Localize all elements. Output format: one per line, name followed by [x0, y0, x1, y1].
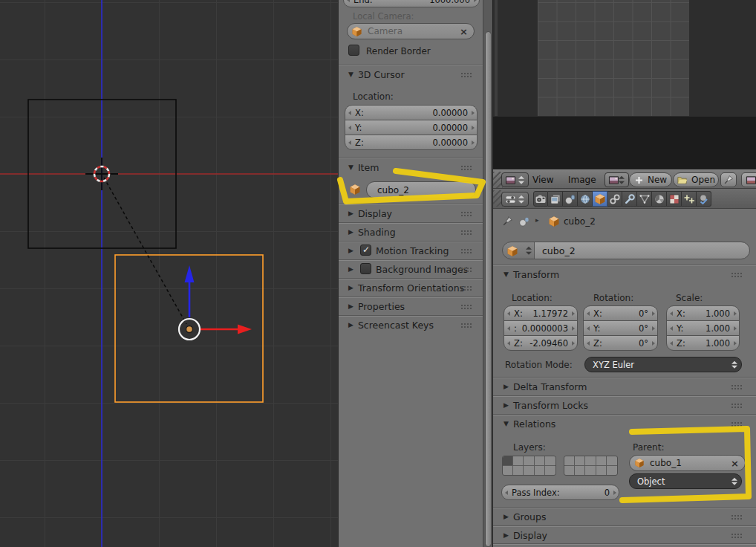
cursor-z-field[interactable]: Z: 0.00000	[345, 135, 478, 150]
open-image-button[interactable]: Open	[673, 172, 719, 187]
cube-icon	[634, 458, 645, 468]
background-images-checkbox[interactable]	[360, 263, 371, 274]
3d-viewport[interactable]	[0, 0, 338, 547]
properties-editor-icon	[505, 194, 516, 205]
name-field-icon-segment[interactable]	[503, 242, 535, 259]
pin-button[interactable]	[720, 172, 737, 187]
local-camera-label: Local Camera:	[353, 11, 414, 22]
chevron-updown-icon	[731, 360, 737, 369]
panel-header-transform-orientations[interactable]: ▶ Transform Orientations	[348, 282, 464, 294]
panel-grip[interactable]	[731, 514, 742, 520]
panel-header-properties[interactable]: ▶ Properties	[348, 300, 405, 312]
pass-index-field[interactable]: Pass Index: 0	[501, 485, 619, 500]
end-frame-field[interactable]: End: 1000.000	[343, 0, 480, 7]
rotation-x-field[interactable]: X: 0°	[583, 305, 658, 321]
menu-image[interactable]: Image	[568, 175, 596, 185]
panel-header-screencast-keys[interactable]: ▶ Screencast Keys	[348, 319, 434, 331]
camera-field-text: Camera	[368, 26, 403, 36]
new-image-button[interactable]: New	[629, 172, 672, 187]
panel-grip[interactable]	[731, 533, 742, 538]
layer-cell-active[interactable]	[503, 456, 513, 466]
rotation-mode-dropdown[interactable]: XYZ Euler	[584, 357, 742, 372]
motion-tracking-checkbox[interactable]	[360, 245, 371, 256]
rotation-y-field[interactable]: Y: 0°	[583, 320, 658, 336]
clear-camera-icon[interactable]: ×	[460, 26, 468, 37]
tab-world[interactable]	[578, 191, 593, 207]
object-name-field[interactable]: cubo_2	[502, 242, 750, 259]
object-data-triangle-icon	[639, 193, 651, 205]
panel-grip[interactable]	[460, 230, 472, 235]
editor-type-button[interactable]	[501, 172, 529, 187]
scene-icon[interactable]	[518, 216, 530, 227]
panel-header-3d-cursor[interactable]: ▼ 3D Cursor	[348, 68, 405, 80]
divider	[493, 507, 756, 508]
panel-header-item[interactable]: ▼ Item	[348, 161, 379, 173]
layers-grid-left[interactable]	[502, 456, 556, 476]
panel-grip[interactable]	[460, 248, 472, 253]
panel-header-delta-transform[interactable]: ▶ Delta Transform	[504, 381, 587, 392]
panel-grip[interactable]	[460, 304, 472, 309]
panel-header-background-images[interactable]: ▶	[348, 263, 358, 275]
panel-header-relations[interactable]: ▼ Relations	[504, 418, 555, 430]
panel-grip[interactable]	[731, 403, 742, 408]
item-name-field[interactable]: cubo_2	[366, 181, 476, 198]
location-x-field[interactable]: X: 1.17972	[504, 305, 578, 321]
particles-sparkles-icon	[683, 193, 695, 205]
panel-header-transform-locks[interactable]: ▶ Transform Locks	[504, 399, 588, 411]
tab-object[interactable]	[593, 191, 607, 207]
divider	[339, 241, 483, 242]
chevron-updown-icon	[526, 247, 532, 255]
location-z-field[interactable]: Z: -2.09460	[504, 335, 578, 351]
clipped-image-button[interactable]	[741, 172, 756, 187]
panel-grip[interactable]	[460, 267, 472, 272]
panel-header-display[interactable]: ▶ Display	[348, 207, 392, 219]
image-icon	[608, 175, 619, 186]
panel-grip[interactable]	[460, 165, 472, 170]
cursor-x-field[interactable]: X: 0.00000	[345, 105, 478, 120]
breadcrumb-object-name[interactable]: cubo_2	[564, 216, 596, 227]
panel-grip[interactable]	[731, 272, 742, 277]
render-border-checkbox[interactable]	[348, 45, 359, 56]
image-browse-dropdown[interactable]	[605, 172, 629, 187]
scale-z-field[interactable]: Z: 1.000	[666, 335, 740, 351]
local-camera-field[interactable]: Camera ×	[347, 23, 475, 39]
tab-material[interactable]	[652, 191, 667, 207]
panel-header-display[interactable]: ▶ Display	[504, 529, 547, 541]
tab-scene[interactable]	[563, 191, 578, 207]
panel-grip[interactable]	[460, 211, 472, 216]
rotation-z-field[interactable]: Z: 0°	[583, 335, 658, 351]
n-panel-scrollbar[interactable]	[483, 0, 492, 547]
tab-render-layers[interactable]	[548, 191, 563, 207]
panel-grip[interactable]	[731, 421, 742, 427]
panel-header-transform[interactable]: ▼ Transform	[504, 268, 559, 280]
scale-y-field[interactable]: Y: 1.000	[666, 320, 740, 336]
pin-icon[interactable]	[502, 216, 513, 227]
tab-physics[interactable]	[697, 191, 711, 207]
scale-x-field[interactable]: X: 1.000	[666, 305, 740, 321]
panel-header-motion-tracking[interactable]: ▶	[348, 245, 358, 256]
clear-parent-icon[interactable]: ×	[731, 458, 739, 469]
parent-type-dropdown[interactable]: Object	[629, 473, 742, 489]
tab-render[interactable]	[533, 191, 548, 207]
layers-grid-right[interactable]	[564, 456, 618, 476]
tab-object-data[interactable]	[637, 191, 652, 207]
tab-constraints[interactable]	[607, 191, 622, 207]
properties-panel: ▸ cubo_2 cubo_2 ▼ Transform Location: Ro…	[493, 209, 756, 547]
parent-field[interactable]: cubo_1 ×	[629, 455, 746, 471]
panel-grip[interactable]	[460, 323, 472, 328]
menu-view[interactable]: View	[532, 175, 553, 185]
panel-grip[interactable]	[460, 72, 472, 77]
tab-texture[interactable]	[667, 191, 682, 207]
tab-particles[interactable]	[682, 191, 697, 207]
panel-grip[interactable]	[731, 384, 742, 389]
panel-header-groups[interactable]: ▶ Groups	[504, 511, 547, 522]
tab-modifiers[interactable]	[622, 191, 637, 207]
scrollbar-thumb[interactable]	[485, 31, 492, 547]
panel-grip[interactable]	[460, 285, 472, 291]
caret-right-icon: ▶	[348, 321, 353, 328]
editor-type-button[interactable]	[501, 192, 529, 207]
image-editor-canvas[interactable]	[493, 0, 756, 169]
cursor-y-field[interactable]: Y: 0.00000	[345, 120, 478, 135]
panel-header-shading[interactable]: ▶ Shading	[348, 226, 396, 238]
location-y-field[interactable]: : 0.0000003	[504, 320, 578, 336]
